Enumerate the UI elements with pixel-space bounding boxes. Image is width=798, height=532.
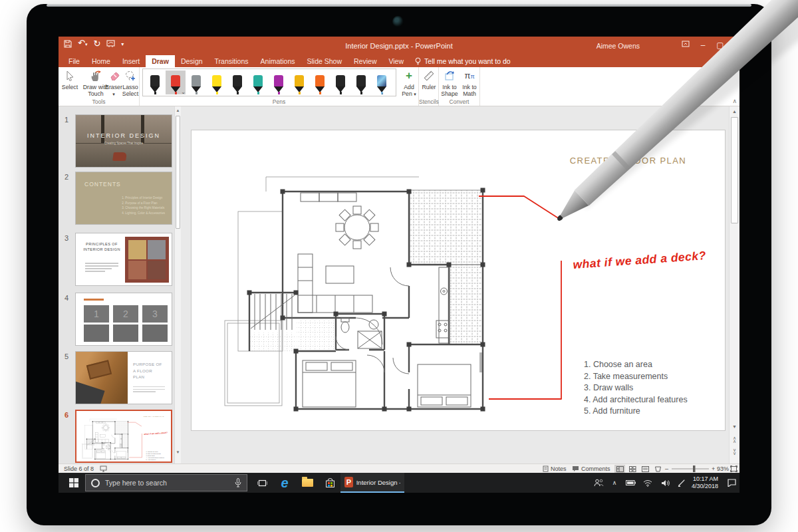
slide-sorter-view-button[interactable] <box>627 465 638 473</box>
task-view-icon <box>257 479 267 487</box>
tab-slide-show[interactable]: Slide Show <box>301 55 348 67</box>
pen-icon <box>192 75 201 86</box>
previous-slide-button[interactable]: ∧∧ <box>730 436 739 443</box>
normal-view-button[interactable] <box>614 465 625 473</box>
task-view-button[interactable] <box>253 473 271 493</box>
pen-swatch[interactable] <box>248 70 268 94</box>
pen-swatch-selected[interactable]: ⌄ <box>166 70 186 94</box>
scrollbar-thumb[interactable] <box>731 117 738 223</box>
tab-review[interactable]: Review <box>348 55 382 67</box>
reading-view-button[interactable] <box>640 465 650 473</box>
ink-to-shape-button[interactable]: Ink to Shape <box>440 69 460 97</box>
tab-file[interactable]: File <box>63 55 86 67</box>
slide-thumbnail-panel: 1 INTERIOR DESIGN Creating Spaces That I… <box>59 106 181 464</box>
slideshow-view-button[interactable] <box>652 465 663 473</box>
highlighter-swatch[interactable] <box>207 70 227 94</box>
tray-overflow-chevron[interactable]: ∧ <box>608 473 621 493</box>
clock-tray[interactable]: 10:17 AM4/30/2018 <box>689 473 721 493</box>
add-pen-button[interactable]: + Add Pen ▾ <box>400 69 418 97</box>
account-name[interactable]: Aimee Owens <box>597 37 640 55</box>
pen-swatch[interactable] <box>145 70 165 94</box>
ink-to-math-button[interactable]: ππ Ink to Math <box>460 69 479 97</box>
collapse-ribbon-button[interactable]: ∧ <box>732 98 737 104</box>
galaxy-pen-swatch[interactable] <box>372 70 392 94</box>
ribbon-display-options-button[interactable] <box>677 37 694 55</box>
pen-swatch[interactable] <box>227 70 247 94</box>
tab-transitions[interactable]: Transitions <box>209 55 255 67</box>
tab-insert[interactable]: Insert <box>116 55 146 67</box>
slide-thumbnail-6-selected[interactable] <box>75 410 172 463</box>
pen-swatch[interactable] <box>351 70 371 94</box>
wifi-icon <box>643 479 652 487</box>
start-button[interactable] <box>64 473 84 493</box>
scroll-down-arrow[interactable]: ▼ <box>175 450 181 454</box>
scroll-up-arrow[interactable]: ▲ <box>730 109 739 114</box>
zoom-out-button[interactable]: – <box>665 464 668 473</box>
battery-indicator[interactable] <box>622 473 638 493</box>
select-button[interactable]: Select <box>61 69 79 90</box>
pen-tray-button[interactable] <box>674 473 689 493</box>
ribbon: Select Draw with Touch Eraser ▾ Lasso Se… <box>59 67 739 106</box>
ribbon-group-tools: Select Draw with Touch Eraser ▾ Lasso Se… <box>59 67 140 106</box>
display-settings-icon[interactable] <box>100 464 107 473</box>
notes-button[interactable]: Notes <box>543 464 567 473</box>
action-center-button[interactable] <box>724 473 739 493</box>
taskbar-search-box[interactable]: Type here to search <box>85 474 247 491</box>
scroll-up-arrow[interactable]: ▲ <box>175 108 181 112</box>
tab-view[interactable]: View <box>382 55 410 67</box>
pen-swatch[interactable] <box>186 70 206 94</box>
speaker-icon <box>661 479 670 487</box>
lasso-select-button[interactable]: Lasso Select <box>122 69 139 97</box>
tab-draw[interactable]: Draw <box>146 55 175 67</box>
zoom-slider[interactable] <box>672 464 709 473</box>
maximize-button[interactable]: ▢ <box>712 37 729 55</box>
file-explorer-button[interactable] <box>298 473 317 493</box>
slide-thumbnail-5[interactable]: PURPOSE OF A FLOOR PLAN <box>75 351 172 404</box>
people-tray-button[interactable] <box>591 473 606 493</box>
zoom-in-button[interactable]: + <box>712 464 715 473</box>
ruler-button[interactable]: Ruler <box>420 69 438 90</box>
tab-design[interactable]: Design <box>175 55 209 67</box>
pen-options-caret[interactable]: ⌄ <box>181 89 186 95</box>
scrollbar-thumb[interactable] <box>176 116 180 229</box>
slide-thumbnail-1[interactable]: INTERIOR DESIGN Creating Spaces That Ins… <box>75 114 172 168</box>
microsoft-store-button[interactable] <box>321 473 339 493</box>
comments-icon <box>572 466 579 472</box>
main-scrollbar[interactable]: ▲ ▼ ∧∧ ∨∨ <box>729 106 739 464</box>
folder-icon <box>302 479 313 487</box>
pen-icon <box>356 75 366 86</box>
powerpoint-taskbar-button[interactable]: P Interior Design - P... <box>340 473 404 493</box>
tell-me-box[interactable]: Tell me what you want to do <box>410 55 516 67</box>
tab-home[interactable]: Home <box>86 55 116 67</box>
device-top-edge <box>47 4 751 7</box>
status-bar: Slide 6 of 8 Notes Comments – + 93% <box>59 464 739 473</box>
microphone-icon[interactable] <box>235 478 241 487</box>
fit-slide-button[interactable] <box>730 464 737 473</box>
comments-button[interactable]: Comments <box>572 464 610 473</box>
ink-to-math-icon: ππ <box>464 71 474 81</box>
slide-canvas[interactable] <box>192 130 725 430</box>
people-icon <box>594 479 604 487</box>
zoom-level[interactable]: 93% <box>717 464 729 473</box>
pencil-swatch[interactable] <box>310 70 330 94</box>
slide-thumbnail-2[interactable]: CONTENTS 1. Principles of Interior Desig… <box>75 172 172 225</box>
next-slide-button[interactable]: ∨∨ <box>730 448 739 455</box>
pen-swatch[interactable] <box>269 70 289 94</box>
windows-taskbar: Type here to search e P Interior Design … <box>59 473 739 493</box>
slide-thumbnail-3[interactable]: PRINCIPLES OF INTERIOR DESIGN <box>75 233 172 286</box>
eraser-button[interactable]: Eraser ▾ <box>105 69 122 97</box>
slide-thumbnail-4[interactable]: 1 2 3 <box>75 293 172 346</box>
edge-browser-button[interactable]: e <box>275 473 294 493</box>
pen-swatch[interactable] <box>331 70 350 94</box>
thumbnail-scrollbar[interactable]: ▲ ▼ <box>174 106 181 464</box>
cortana-icon <box>91 479 100 487</box>
scroll-down-arrow[interactable]: ▼ <box>730 424 739 429</box>
minimize-button[interactable]: – <box>694 37 712 55</box>
pen-gallery: ⌄ <box>142 68 396 96</box>
tab-animations[interactable]: Animations <box>255 55 301 67</box>
wifi-indicator[interactable] <box>640 473 656 493</box>
eraser-dropdown-caret: ▾ <box>112 92 115 96</box>
pen-icon <box>212 75 221 86</box>
pencil-swatch[interactable] <box>289 70 309 94</box>
volume-indicator[interactable] <box>657 473 673 493</box>
